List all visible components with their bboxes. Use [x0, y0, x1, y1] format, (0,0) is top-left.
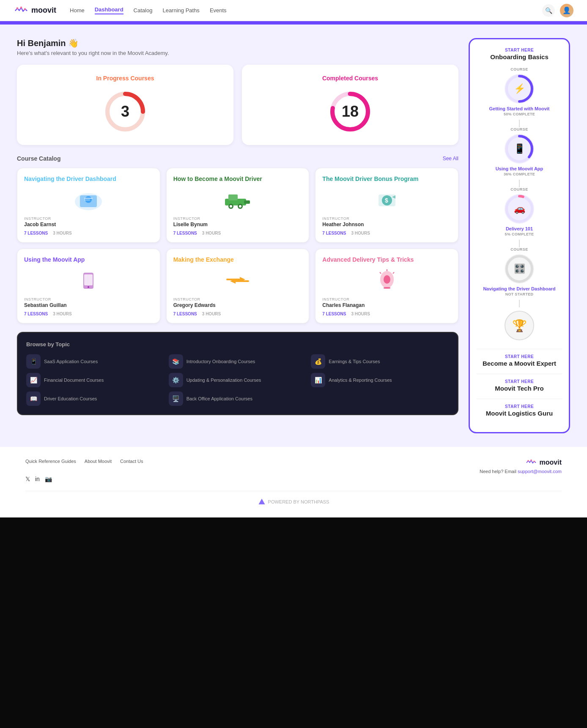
lp-course-item-1[interactable]: COURSE ⚡ Getting Started with Moovit 50%… [477, 67, 562, 116]
svg-rect-11 [84, 200, 90, 200]
lp-start-here-4: START HERE [477, 404, 562, 409]
topic-item-5[interactable]: ⚙️ Updating & Personalization Courses [169, 373, 307, 387]
lp-path-item-2[interactable]: START HERE Become a Moovit Expert [477, 354, 562, 367]
catalog-title: Course Catalog [17, 155, 60, 162]
course-card-1[interactable]: Navigating the Driver Dashboard INSTRUCT… [17, 168, 160, 243]
topic-item-4[interactable]: 📈 Financial Document Courses [26, 373, 165, 387]
course-icon-1 [71, 187, 105, 212]
course-icon-4 [71, 268, 105, 293]
lp-course-status-1: 50% COMPLETE [504, 112, 535, 116]
course-meta-4: INSTRUCTOR Sebastian Guillan 7 LESSONS 3… [24, 297, 153, 316]
lp-title-4: Moovit Logistics Guru [477, 410, 562, 417]
lp-title-2: Become a Moovit Expert [477, 360, 562, 367]
instructor-6: Charles Flanagan [322, 302, 451, 308]
lp-course-status-4: NOT STARTED [505, 292, 534, 296]
topic-item-1[interactable]: 📱 SaaS Application Courses [26, 354, 165, 369]
course-card-6[interactable]: Advanced Delivery Tips & Tricks INSTRUCT… [315, 249, 458, 323]
svg-point-2 [24, 8, 26, 10]
footer-link-guides[interactable]: Quick Reference Guides [25, 459, 76, 464]
avatar[interactable]: 👤 [560, 4, 573, 17]
in-progress-title: In Progress Courses [96, 75, 154, 82]
svg-marker-43 [258, 499, 265, 505]
nav-dashboard[interactable]: Dashboard [95, 6, 123, 14]
course-title-4: Using the Moovit App [24, 256, 153, 263]
course-meta-6: INSTRUCTOR Charles Flanagan 7 LESSONS 3 … [322, 297, 451, 316]
course-card-3[interactable]: The Moovit Driver Bonus Program $ INSTRU… [315, 168, 458, 243]
lp-course-label-3: COURSE [510, 187, 528, 192]
support-email[interactable]: support@moovit.com [518, 469, 562, 474]
topic-label-4: Financial Document Courses [44, 377, 104, 383]
topic-label-7: Driver Education Courses [44, 396, 97, 402]
lp-path-item-4[interactable]: START HERE Moovit Logistics Guru [477, 404, 562, 417]
svg-line-30 [380, 272, 381, 274]
course-card-4[interactable]: Using the Moovit App INSTRUCTOR Sebastia… [17, 249, 160, 323]
lp-connector-4 [519, 300, 520, 307]
search-button[interactable]: 🔍 [542, 4, 555, 17]
course-card-5[interactable]: Making the Exchange INSTRUCTOR Gregory E… [166, 249, 310, 323]
footer-social: 𝕏 in 📷 [25, 476, 143, 482]
lp-title-1: Onboarding Basics [477, 53, 562, 60]
topic-item-7[interactable]: 📖 Driver Education Courses [26, 391, 165, 406]
footer-logo-icon [525, 459, 537, 466]
greeting-title: Hi Benjamin 👋 [17, 38, 458, 48]
completed-title: Completed Courses [322, 75, 378, 82]
course-meta-5: INSTRUCTOR Gregory Edwards 7 LESSONS 3 H… [173, 297, 302, 316]
completed-donut: 18 [327, 88, 373, 135]
lp-course-label-4: COURSE [510, 247, 528, 252]
lp-connector-3 [519, 240, 520, 247]
lp-course-item-2[interactable]: COURSE 📱 Using the Moovit App 36% COMPLE… [477, 127, 562, 176]
linkedin-icon[interactable]: in [35, 476, 40, 482]
topic-label-6: Analytics & Reporting Courses [329, 377, 392, 383]
footer: Quick Reference Guides About Moovit Cont… [0, 447, 587, 517]
lp-course-label-1: COURSE [510, 67, 528, 71]
instagram-icon[interactable]: 📷 [45, 476, 52, 482]
svg-point-28 [384, 275, 390, 284]
instructor-5: Gregory Edwards [173, 302, 302, 308]
lp-connector-1 [519, 120, 520, 127]
lp-path-item-3[interactable]: START HERE Moovit Tech Pro [477, 379, 562, 392]
topic-item-2[interactable]: 📚 Introductory Onboarding Courses [169, 354, 307, 369]
nav-learning-paths[interactable]: Learning Paths [162, 7, 199, 14]
instructor-3: Heather Johnson [322, 222, 451, 227]
in-progress-number: 3 [121, 103, 129, 120]
course-card-2[interactable]: How to Become a Moovit Driver INSTRUCTOR [166, 168, 310, 243]
stats-row: In Progress Courses 3 Completed Courses [17, 65, 458, 145]
topic-item-8[interactable]: 🖥️ Back Office Application Courses [169, 391, 307, 406]
lp-course-name-4: Navigating the Driver Dashboard [483, 286, 555, 291]
lp-course-item-4[interactable]: COURSE 🎛️ Navigating the Driver Dashboar… [477, 247, 562, 296]
see-all-link[interactable]: See All [443, 156, 458, 161]
topic-icon-updating: ⚙️ [169, 373, 183, 387]
navbar: moovit Home Dashboard Catalog Learning P… [0, 0, 587, 21]
completed-number: 18 [342, 103, 359, 120]
nav-events[interactable]: Events [210, 7, 227, 14]
topic-item-3[interactable]: 💰 Earnings & Tips Courses [311, 354, 449, 369]
course-title-5: Making the Exchange [173, 256, 302, 263]
course-stats-1: 7 LESSONS 3 HOURS [24, 231, 153, 235]
lp-course-item-3[interactable]: COURSE 🚗 Delivery 101 5% COMPLETE [477, 187, 562, 236]
footer-link-contact[interactable]: Contact Us [120, 459, 143, 464]
svg-point-0 [16, 7, 19, 9]
svg-rect-10 [84, 198, 93, 199]
course-stats-2: 7 LESSONS 3 HOURS [173, 231, 302, 235]
topic-item-6[interactable]: 📊 Analytics & Reporting Courses [311, 373, 449, 387]
topic-icon-financial: 📈 [26, 373, 41, 387]
instructor-4: Sebastian Guillan [24, 302, 153, 308]
nav-catalog[interactable]: Catalog [134, 7, 153, 14]
browse-title: Browse by Topic [26, 341, 449, 348]
nav-home[interactable]: Home [70, 7, 85, 14]
course-icon-3: $ [370, 187, 404, 212]
svg-rect-18 [228, 194, 238, 200]
footer-bottom: POWERED BY NORTHPASS [25, 491, 562, 506]
lp-course-status-3: 5% COMPLETE [505, 232, 534, 236]
twitter-icon[interactable]: 𝕏 [25, 476, 30, 482]
topic-icon-driver-ed: 📖 [26, 391, 41, 406]
course-title-6: Advanced Delivery Tips & Tricks [322, 256, 451, 263]
svg-point-15 [230, 205, 232, 208]
main-wrapper: Hi Benjamin 👋 Here's what's relevant to … [0, 25, 587, 447]
topic-icon-intro: 📚 [169, 354, 183, 369]
footer-link-about[interactable]: About Moovit [85, 459, 112, 464]
footer-top: Quick Reference Guides About Moovit Cont… [25, 459, 562, 482]
logo[interactable]: moovit [14, 6, 56, 15]
svg-point-17 [239, 205, 241, 208]
course-stats-5: 7 LESSONS 3 HOURS [173, 312, 302, 316]
